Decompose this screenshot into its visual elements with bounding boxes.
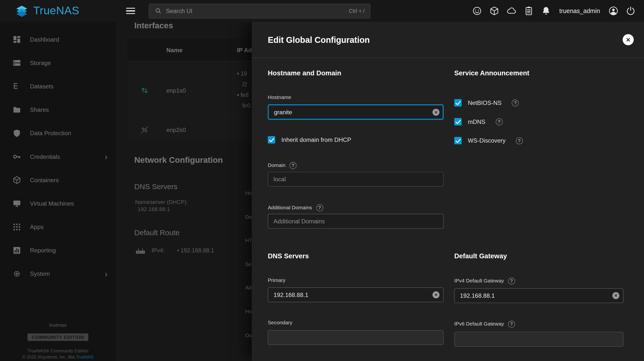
section-title: Default Gateway (454, 252, 624, 260)
primary-dns-input[interactable] (268, 287, 444, 302)
truecloud-icon[interactable] (506, 6, 516, 16)
inherit-domain-label: Inherit domain from DHCP (281, 136, 351, 143)
help-icon[interactable]: ? (516, 137, 523, 144)
mdns-label: mDNS (468, 118, 485, 125)
status-icon[interactable] (489, 6, 499, 16)
ipv4-gateway-label-row: IPv4 Default Gateway ? (454, 277, 624, 284)
section-title: Service Announcement (454, 69, 624, 77)
ipv4-gateway-label: IPv4 Default Gateway (454, 278, 504, 284)
ipv6-gateway-label-row: IPv6 Default Gateway ? (454, 321, 624, 327)
section-title: DNS Servers (268, 252, 444, 260)
mdns-row: mDNS ? (454, 118, 624, 125)
netbios-row: NetBIOS-NS ? (454, 99, 624, 106)
truenas-logo[interactable]: TrueNAS (0, 5, 116, 18)
domain-input[interactable] (268, 172, 444, 187)
alerts-bell-icon[interactable] (541, 6, 551, 16)
close-icon[interactable]: ✕ (622, 34, 634, 45)
netbios-label: NetBIOS-NS (468, 100, 502, 106)
search-icon (154, 7, 162, 15)
additional-domains-label: Additional Domains (268, 205, 312, 211)
section-default-gateway: Default Gateway IPv4 Default Gateway ? ✕… (454, 228, 624, 346)
username[interactable]: truenas_admin (559, 8, 600, 14)
power-icon[interactable] (626, 6, 636, 16)
app-window: TrueNAS Ctrl + / (0, 0, 644, 361)
primary-dns-label: Primary (268, 277, 444, 284)
search-input[interactable] (166, 8, 345, 14)
ws-discovery-row: WS-Discovery ? (454, 137, 624, 144)
checkbox-checked-icon[interactable] (454, 137, 462, 144)
section-service-announcement: Service Announcement NetBIOS-NS ? mDNS ?… (454, 58, 624, 228)
section-hostname-domain: Hostname and Domain Hostname ✕ Inherit d… (268, 58, 444, 228)
jobs-icon[interactable] (524, 6, 534, 16)
truenas-logo-icon (14, 5, 30, 18)
ipv4-gateway-input[interactable] (454, 288, 624, 303)
domain-label: Domain (268, 163, 286, 169)
feedback-icon[interactable] (472, 6, 482, 16)
clear-icon[interactable]: ✕ (612, 292, 619, 299)
clear-icon[interactable]: ✕ (432, 109, 439, 116)
panel-title: Edit Global Configuration (268, 35, 370, 45)
logo-text: TrueNAS (33, 5, 79, 17)
checkbox-checked-icon[interactable] (268, 136, 275, 144)
section-dns-servers: DNS Servers Primary ✕ Secondary (268, 228, 444, 346)
avatar-icon[interactable] (608, 6, 619, 16)
ipv6-gateway-input[interactable] (454, 332, 624, 346)
ipv6-gateway-label: IPv6 Default Gateway (454, 321, 504, 327)
search-bar[interactable]: Ctrl + / (149, 4, 370, 18)
section-title: Hostname and Domain (268, 69, 444, 77)
help-icon[interactable]: ? (508, 321, 515, 327)
edit-global-configuration-panel: Edit Global Configuration ✕ Hostname and… (252, 22, 644, 361)
hostname-label: Hostname (268, 95, 444, 101)
additional-domains-input[interactable] (268, 214, 444, 228)
help-icon[interactable]: ? (316, 204, 323, 211)
help-icon[interactable]: ? (508, 277, 515, 284)
search-shortcut: Ctrl + / (349, 8, 365, 14)
topbar: TrueNAS Ctrl + / (0, 0, 644, 22)
panel-body: Hostname and Domain Hostname ✕ Inherit d… (252, 58, 644, 355)
secondary-dns-label: Secondary (268, 320, 444, 326)
clear-icon[interactable]: ✕ (432, 291, 439, 298)
overlay-scrim[interactable] (0, 22, 252, 361)
domain-label-row: Domain ? (268, 162, 444, 169)
hamburger-icon[interactable] (126, 6, 136, 16)
additional-domains-label-row: Additional Domains ? (268, 204, 444, 211)
checkbox-checked-icon[interactable] (454, 99, 462, 106)
panel-header: Edit Global Configuration ✕ (252, 22, 644, 58)
checkbox-checked-icon[interactable] (454, 118, 462, 125)
ws-discovery-label: WS-Discovery (468, 137, 506, 144)
help-icon[interactable]: ? (290, 162, 296, 169)
topbar-actions: truenas_admin (472, 6, 644, 16)
help-icon[interactable]: ? (496, 118, 502, 125)
help-icon[interactable]: ? (512, 99, 519, 106)
secondary-dns-input[interactable] (268, 330, 444, 345)
hostname-input[interactable] (268, 104, 444, 120)
inherit-domain-row: Inherit domain from DHCP (268, 136, 444, 144)
